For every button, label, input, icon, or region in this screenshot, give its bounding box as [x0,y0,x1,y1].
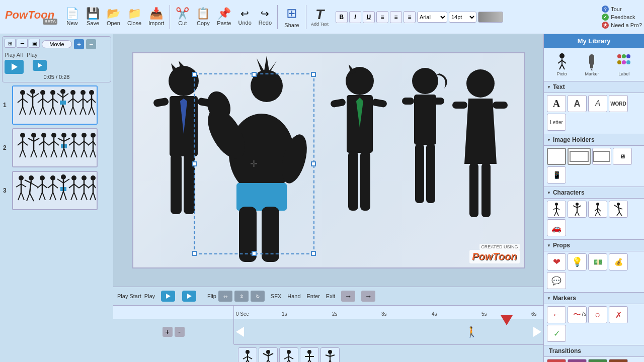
align-left-button[interactable]: ≡ [376,11,388,23]
playhead-marker[interactable] [501,315,513,325]
movie-input[interactable]: Movie [42,40,72,48]
prop-item-1[interactable]: ❤ [547,253,566,270]
picto-icon-item[interactable]: Picto [553,51,571,78]
copy-button[interactable]: 📋 Copy [193,2,213,32]
trans-item-1[interactable]: T1 [547,359,566,362]
font-family-select[interactable]: Arial [417,12,447,23]
flip-btn3[interactable]: ↻ [251,291,265,302]
tl-play-all-button[interactable] [161,291,175,302]
marker-item-1[interactable]: ← [547,306,566,323]
underline-button[interactable]: U [363,11,375,23]
svg-point-43 [89,90,94,95]
trans-item-4[interactable]: T4 [609,359,628,362]
slide-item-3[interactable]: 3 [2,170,111,211]
remove-slide-button[interactable]: − [86,39,96,49]
characters-section-header[interactable]: ▼ Characters [544,187,644,199]
zoom-out-button[interactable]: - [175,327,185,337]
color-swatch[interactable] [478,12,503,23]
film-view-icon[interactable]: ▣ [29,39,40,48]
frame-1[interactable] [238,347,257,363]
tour-link[interactable]: ? Tour [602,6,642,13]
text-section-header[interactable]: ▼ Text [544,81,644,93]
transitions-section-header[interactable]: Transitions [544,345,644,357]
pro-link[interactable]: ★ Need a Pro? [602,22,642,29]
play-all-button[interactable] [5,60,24,74]
slide-item-1[interactable]: 1 [2,84,111,126]
ih-item-3[interactable] [592,148,611,165]
ih-item-2[interactable] [568,148,591,165]
ih-item-1[interactable] [547,148,566,165]
feedback-link[interactable]: ✓ Feedback [602,14,642,21]
char-item-3[interactable] [588,201,607,218]
frame-4[interactable] [300,347,319,363]
flip-horiz-button[interactable]: ⇔ [218,291,232,302]
marker-item-4[interactable]: ✗ [609,306,628,323]
text-item-2[interactable]: A [568,95,587,112]
props-section-header[interactable]: ▼ Props [544,240,644,251]
bold-button[interactable]: B [336,11,348,23]
prop-item-3[interactable]: 💵 [588,253,607,270]
enter-arrow-button[interactable]: → [341,291,355,302]
open-button[interactable]: 📂 Open [104,2,123,32]
marker-item-5[interactable]: ✓ [547,325,566,342]
list-view-icon[interactable]: ☰ [17,39,28,48]
frame-3[interactable] [279,347,298,363]
import-button[interactable]: 📥 Import [145,2,167,32]
trans-item-2[interactable]: T2 [568,359,587,362]
text-item-4[interactable]: WORD [609,95,628,112]
ih-item-5[interactable]: 📱 [547,166,566,184]
prop-item-5[interactable]: 💬 [547,272,566,289]
canvas[interactable]: ✛ [132,52,525,268]
text-item-5[interactable]: Letter [547,114,566,131]
tl-play-button[interactable] [182,291,196,302]
svg-line-250 [614,205,618,208]
trans-item-3[interactable]: T3 [588,359,607,362]
italic-button[interactable]: I [349,11,361,23]
save-button[interactable]: 💾 Save [83,2,103,32]
image-holders-section-header[interactable]: ▼ Image Holders [544,134,644,146]
prop-item-2[interactable]: 💡 [568,253,587,270]
add-slide-button[interactable]: + [74,39,84,49]
flip-vert-button[interactable]: ⇕ [234,291,249,302]
redo-button[interactable]: ↪ Redo [256,2,275,32]
slide-item-2[interactable]: 2 [2,127,111,168]
paste-button[interactable]: 📌 Paste [214,2,234,32]
label-icon-item[interactable]: Label [613,51,635,78]
prop-item-4[interactable]: 💰 [609,253,628,270]
ih-item-4[interactable]: 🖥 [613,148,632,165]
close-button[interactable]: 📁 Close [124,2,144,32]
marker-icon-item[interactable]: Marker [583,51,601,78]
exit-arrow-button[interactable]: → [361,291,375,302]
zoom-in-button[interactable]: + [163,327,173,337]
share-button[interactable]: ⊞ Share [280,2,303,32]
font-size-select[interactable]: 14pt [449,12,476,23]
frame-2[interactable] [259,347,278,363]
svg-point-0 [20,90,25,95]
svg-line-36 [73,107,76,115]
handle-tr[interactable] [311,72,316,77]
markers-section-header[interactable]: ▼ Markers [544,293,644,304]
handle-mr[interactable] [311,161,316,166]
text-item-1[interactable]: A [547,95,566,112]
char-item-5[interactable]: 🚗 [547,219,566,236]
handle-tc[interactable] [252,72,257,77]
handle-br[interactable] [311,251,316,256]
cut-button[interactable]: ✂️ Cut [173,2,192,32]
selection-box[interactable]: ✛ [194,73,314,254]
handle-bl[interactable] [192,251,197,256]
handle-tl[interactable] [192,72,197,77]
grid-view-icon[interactable]: ⊞ [5,39,16,48]
handle-bc[interactable] [252,251,257,256]
frame-5[interactable] [320,347,340,363]
text-item-3[interactable]: A [588,95,607,112]
char-item-1[interactable] [547,201,566,218]
align-right-button[interactable]: ≡ [404,11,416,23]
handle-ml[interactable] [192,161,197,166]
char-item-4[interactable] [609,201,628,218]
new-button[interactable]: 📄 New [62,2,82,32]
undo-button[interactable]: ↩ Undo [235,2,254,32]
char-item-2[interactable] [568,201,587,218]
play-button[interactable] [33,60,47,71]
marker-item-3[interactable]: ○ [588,306,607,323]
align-center-button[interactable]: ≡ [390,11,402,23]
